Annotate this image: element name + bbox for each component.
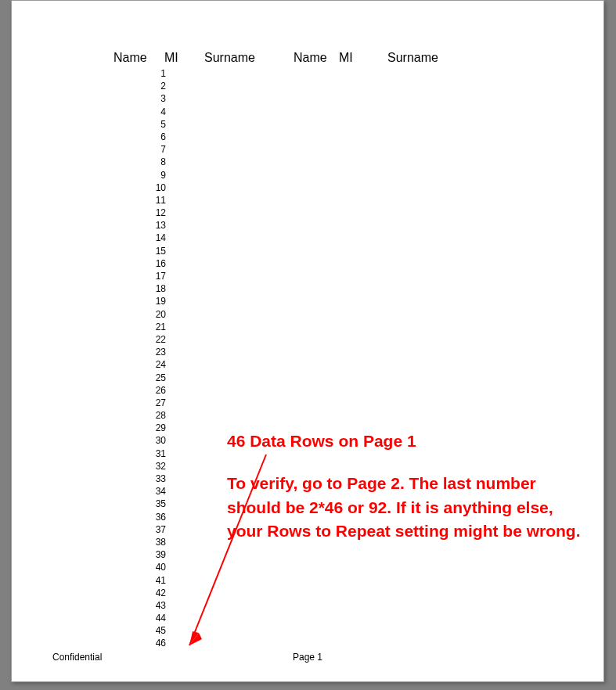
- row-number: 46: [142, 638, 166, 649]
- page-preview: Name MI Surname Name MI Surname 12345678…: [11, 0, 604, 682]
- row-number: 41: [142, 575, 166, 586]
- row-number: 6: [142, 131, 166, 142]
- row-number: 4: [142, 106, 166, 117]
- row-number: 38: [142, 537, 166, 548]
- row-number: 43: [142, 600, 166, 611]
- table-row: 21: [12, 322, 603, 334]
- page-content: Name MI Surname Name MI Surname 12345678…: [12, 51, 603, 651]
- footer-center-text: Page 1: [12, 652, 603, 663]
- annotation-line-2: To verify, go to Page 2. The last number…: [227, 472, 587, 543]
- table-row: 3: [12, 93, 603, 106]
- table-row: 45: [12, 625, 603, 638]
- table-row: 46: [12, 638, 603, 650]
- table-row: 10: [12, 182, 603, 195]
- row-number: 44: [142, 613, 166, 624]
- col-header-surname-2: Surname: [387, 51, 438, 65]
- table-row: 17: [12, 271, 603, 283]
- table-row: 40: [12, 562, 603, 574]
- row-number: 42: [142, 588, 166, 598]
- row-number: 26: [142, 385, 166, 396]
- row-number: 32: [142, 461, 166, 472]
- table-row: 25: [12, 372, 603, 385]
- row-number: 20: [142, 309, 166, 320]
- table-row: 2: [12, 81, 603, 93]
- annotation-line-1: 46 Data Rows on Page 1: [227, 429, 587, 453]
- annotation-spacer: [227, 453, 587, 472]
- row-number: 45: [142, 625, 166, 636]
- table-row: 15: [12, 246, 603, 258]
- table-row: 7: [12, 144, 603, 156]
- table-rows: 1234567891011121314151617181920212223242…: [12, 68, 603, 651]
- row-number: 39: [142, 549, 166, 560]
- row-number: 7: [142, 144, 166, 155]
- table-row: 28: [12, 410, 603, 422]
- table-row: 13: [12, 220, 603, 232]
- row-number: 5: [142, 119, 166, 130]
- table-row: 42: [12, 588, 603, 600]
- row-number: 35: [142, 498, 166, 509]
- table-row: 5: [12, 119, 603, 131]
- table-row: 24: [12, 359, 603, 372]
- table-row: 4: [12, 106, 603, 119]
- table-row: 26: [12, 385, 603, 397]
- row-number: 29: [142, 422, 166, 433]
- page-footer: Confidential Page 1: [12, 652, 603, 666]
- row-number: 23: [142, 347, 166, 358]
- row-number: 16: [142, 258, 166, 269]
- row-number: 33: [142, 473, 166, 484]
- row-number: 8: [142, 156, 166, 167]
- table-row: 11: [12, 195, 603, 207]
- annotation-text: 46 Data Rows on Page 1 To verify, go to …: [227, 429, 587, 544]
- row-number: 37: [142, 524, 166, 535]
- table-row: 39: [12, 549, 603, 562]
- col-header-mi-1: MI: [164, 51, 178, 65]
- row-number: 1: [142, 68, 166, 79]
- table-row: 44: [12, 613, 603, 625]
- row-number: 21: [142, 322, 166, 332]
- col-header-name-2: Name: [294, 51, 327, 65]
- row-number: 3: [142, 93, 166, 104]
- table-row: 22: [12, 334, 603, 347]
- table-row: 41: [12, 575, 603, 588]
- viewport: Name MI Surname Name MI Surname 12345678…: [0, 0, 616, 690]
- col-header-surname-1: Surname: [204, 51, 255, 65]
- table-row: 20: [12, 309, 603, 322]
- row-number: 28: [142, 410, 166, 421]
- row-number: 36: [142, 512, 166, 523]
- row-number: 22: [142, 334, 166, 345]
- col-header-name-1: Name: [113, 51, 147, 65]
- table-row: 14: [12, 232, 603, 245]
- row-number: 10: [142, 182, 166, 193]
- row-number: 12: [142, 207, 166, 218]
- row-number: 30: [142, 435, 166, 446]
- row-number: 11: [142, 195, 166, 206]
- row-number: 14: [142, 232, 166, 243]
- table-row: 16: [12, 258, 603, 271]
- table-row: 19: [12, 296, 603, 308]
- row-number: 9: [142, 170, 166, 181]
- table-row: 43: [12, 600, 603, 613]
- table-row: 23: [12, 347, 603, 359]
- table-row: 18: [12, 283, 603, 296]
- row-number: 19: [142, 296, 166, 307]
- row-number: 15: [142, 246, 166, 257]
- row-number: 17: [142, 271, 166, 282]
- table-row: 6: [12, 131, 603, 144]
- table-row: 1: [12, 68, 603, 81]
- row-number: 34: [142, 486, 166, 497]
- row-number: 13: [142, 220, 166, 231]
- row-number: 24: [142, 359, 166, 370]
- row-number: 27: [142, 397, 166, 408]
- row-number: 31: [142, 448, 166, 459]
- table-row: 9: [12, 170, 603, 182]
- table-row: 8: [12, 156, 603, 169]
- row-number: 25: [142, 372, 166, 383]
- table-header-row: Name MI Surname Name MI Surname: [12, 51, 603, 65]
- row-number: 18: [142, 283, 166, 294]
- table-row: 12: [12, 207, 603, 220]
- row-number: 2: [142, 81, 166, 92]
- row-number: 40: [142, 562, 166, 573]
- col-header-mi-2: MI: [339, 51, 353, 65]
- table-row: 27: [12, 397, 603, 410]
